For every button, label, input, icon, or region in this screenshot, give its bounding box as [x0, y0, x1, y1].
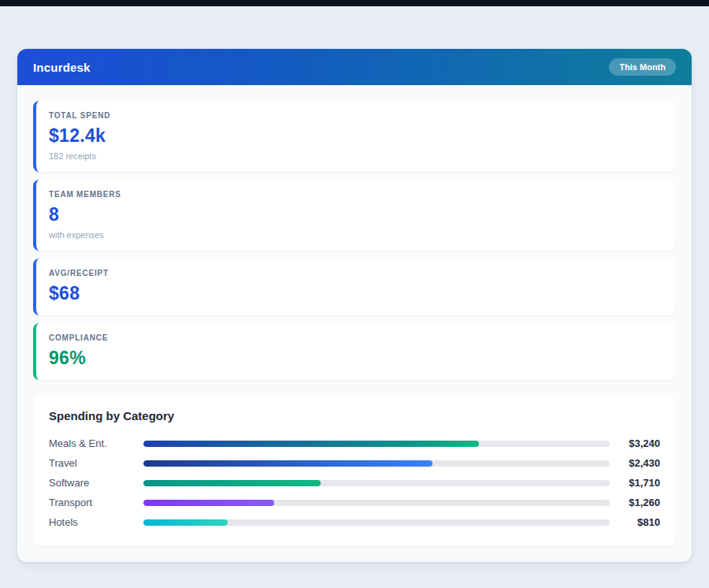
app-card: Incurdesk This Month TOTAL SPEND $12.4k …	[17, 49, 692, 562]
stat-label: TOTAL SPEND	[49, 111, 662, 120]
stat-value: 96%	[49, 348, 662, 369]
stat-subtext: with expenses	[49, 230, 662, 240]
category-bar-fill	[143, 519, 228, 526]
stat-label: AVG/RECEIPT	[49, 269, 662, 277]
category-bar-fill	[143, 460, 432, 467]
category-label: Travel	[49, 457, 143, 469]
category-value: $1,710	[610, 477, 660, 489]
chart-title: Spending by Category	[49, 409, 660, 422]
stat-card-team-members: TEAM MEMBERS 8 with expenses	[33, 180, 676, 251]
category-bar-fill	[143, 441, 479, 447]
period-badge[interactable]: This Month	[609, 58, 676, 76]
app-header: Incurdesk This Month	[17, 49, 692, 85]
category-bar-track	[143, 480, 610, 486]
top-bar	[0, 0, 709, 6]
category-bar-track	[143, 500, 610, 506]
category-value: $2,430	[610, 457, 660, 469]
category-bar-track	[143, 441, 610, 447]
stat-value: $12.4k	[49, 125, 662, 147]
category-label: Transport	[49, 497, 143, 508]
category-label: Meals & Ent.	[49, 437, 143, 449]
stats-section: TOTAL SPEND $12.4k 182 receipts TEAM MEM…	[17, 85, 692, 380]
category-label: Software	[49, 477, 143, 489]
category-bar-track	[143, 519, 610, 526]
category-bar-track	[143, 460, 610, 467]
category-value: $3,240	[610, 437, 660, 449]
category-row-hotels: Hotels $810	[49, 512, 660, 532]
stat-card-total-spend: TOTAL SPEND $12.4k 182 receipts	[33, 101, 676, 172]
category-bar-fill	[143, 500, 274, 506]
app-title: Incurdesk	[33, 61, 91, 74]
spending-by-category-card: Spending by Category Meals & Ent. $3,240…	[33, 396, 676, 546]
category-row-meals: Meals & Ent. $3,240	[49, 434, 660, 453]
stat-label: TEAM MEMBERS	[49, 190, 662, 199]
stat-subtext: 182 receipts	[49, 151, 662, 161]
category-bar-fill	[143, 480, 321, 486]
stat-label: COMPLIANCE	[49, 333, 662, 342]
stat-card-compliance: COMPLIANCE 96%	[33, 323, 676, 380]
category-row-software: Software $1,710	[49, 473, 660, 493]
stat-value: 8	[49, 204, 662, 225]
stat-card-avg-receipt: AVG/RECEIPT $68	[33, 259, 676, 315]
category-row-transport: Transport $1,260	[49, 493, 660, 512]
category-label: Hotels	[49, 516, 143, 528]
category-value: $810	[610, 516, 660, 528]
category-value: $1,260	[610, 497, 660, 508]
category-row-travel: Travel $2,430	[49, 453, 660, 473]
stat-value: $68	[49, 283, 662, 304]
